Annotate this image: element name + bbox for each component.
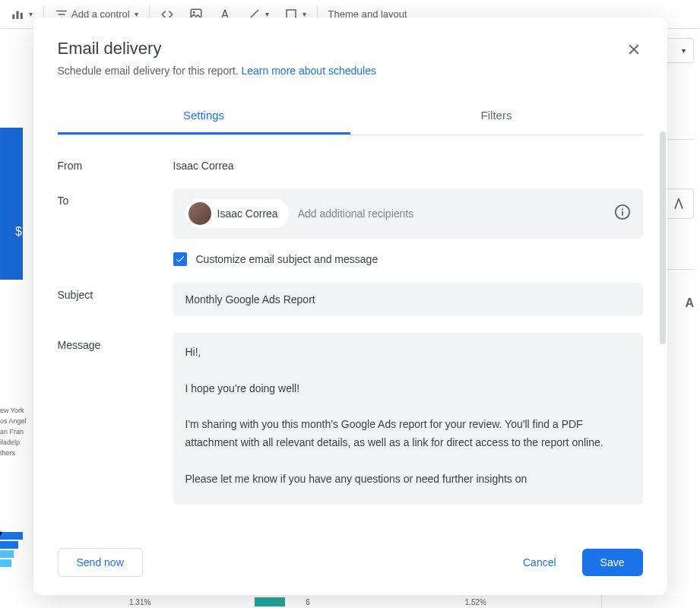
customize-checkbox-label: Customize email subject and message	[196, 253, 379, 265]
tab-filters[interactable]: Filters	[350, 98, 643, 135]
recipients-box[interactable]: Isaac Correa Add additional recipients	[173, 188, 643, 239]
modal-overlay: Email delivery Schedule email delivery f…	[0, 0, 700, 608]
learn-more-link[interactable]: Learn more about schedules	[242, 65, 376, 77]
modal-tabs: Settings Filters	[58, 98, 643, 135]
message-label: Message	[58, 333, 173, 351]
to-label: To	[58, 188, 173, 207]
customize-checkbox[interactable]	[173, 252, 187, 266]
check-icon	[175, 254, 185, 264]
modal-subtitle: Schedule email delivery for this report.…	[58, 65, 643, 77]
close-icon	[626, 41, 642, 58]
avatar	[188, 202, 211, 225]
info-icon[interactable]	[614, 204, 631, 223]
from-value: Isaac Correa	[173, 154, 643, 172]
recipient-chip[interactable]: Isaac Correa	[185, 199, 289, 228]
svg-point-7	[621, 208, 622, 210]
email-delivery-modal: Email delivery Schedule email delivery f…	[33, 17, 667, 595]
subject-label: Subject	[58, 283, 173, 301]
add-recipients-input[interactable]: Add additional recipients	[298, 207, 605, 220]
send-now-button[interactable]: Send now	[58, 548, 143, 577]
from-label: From	[58, 154, 173, 172]
recipient-name: Isaac Correa	[217, 207, 278, 220]
subject-input[interactable]	[173, 283, 643, 316]
modal-title: Email delivery	[58, 39, 643, 59]
close-button[interactable]	[622, 37, 646, 62]
svg-rect-8	[622, 211, 623, 216]
cancel-button[interactable]: Cancel	[505, 549, 575, 576]
message-textarea[interactable]	[173, 333, 643, 505]
save-button[interactable]: Save	[582, 549, 643, 576]
tab-settings[interactable]: Settings	[58, 98, 350, 135]
